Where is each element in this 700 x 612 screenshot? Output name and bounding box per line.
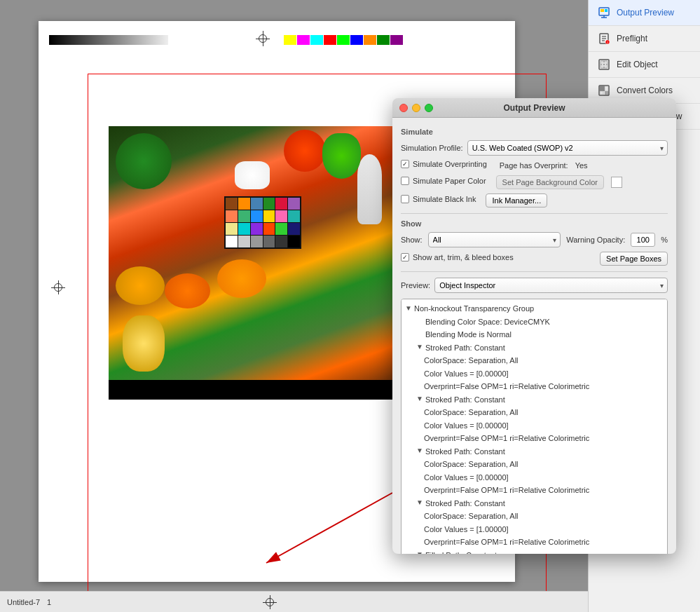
reg-mark-status [263,595,277,609]
tree-item-13: Color Values = [0.00000] [424,471,664,484]
tree-item-17: Color Values = [1.00000] [424,523,664,536]
tree-toggle-7[interactable]: ▼ [416,395,424,403]
tree-text-2: Blending Mode is Normal [425,329,512,341]
simulate-black-ink-checkbox[interactable] [401,195,409,203]
art-trim-row: Show art, trim, & bleed boxes Set Page B… [401,252,668,266]
simulation-profile-row: Simulation Profile: U.S. Web Coated (SWO… [401,140,668,156]
close-button[interactable] [399,104,408,112]
tree-text-18: Overprint=False OPM=1 ri=Relative Colori… [424,536,589,548]
tree-toggle-1 [416,317,424,325]
swatch-darkgreen [377,35,390,45]
paper-color-row: Simulate Paper Color Set Page Background… [401,175,668,189]
swatch-magenta [297,35,310,45]
tree-text-9: Color Values = [0.00000] [424,420,509,432]
svg-rect-3 [601,9,604,12]
simulation-profile-select-wrapper: U.S. Web Coated (SWOP) v2 [467,140,668,156]
tree-text-13: Color Values = [0.00000] [424,472,509,484]
svg-rect-4 [605,9,608,12]
show-art-trim-label: Show art, trim, & bleed boxes [413,253,514,261]
output-preview-label: Output Preview [617,8,674,18]
show-art-trim-checkbox[interactable] [401,253,409,261]
tree-text-11: Stroked Path: Constant [425,446,505,458]
tree-item-16: ColorSpace: Separation, All [424,510,664,523]
panel-item-preflight[interactable]: ! Preflight [589,26,700,52]
panel-item-output-preview[interactable]: Output Preview [589,0,700,26]
minimize-button[interactable] [412,104,420,112]
svg-rect-18 [600,86,605,91]
statue-figure [357,154,382,224]
page-has-overprint-value: Yes [575,161,588,170]
object-inspector-tree[interactable]: ▼ Non-knockout Transparency Group Blendi… [401,299,668,554]
warning-opacity-unit: % [661,236,668,244]
tree-text-4: ColorSpace: Separation, All [424,355,519,367]
green-pepper [322,133,361,179]
food-item-2 [284,130,326,172]
tree-item-19: ▼ Filled Path: Constant [416,549,664,555]
zoom-button[interactable] [425,104,433,112]
show-label: Show: [401,236,423,244]
panel-item-edit-object[interactable]: Edit Object [589,52,700,78]
convert-colors-label: Convert Colors [617,86,673,95]
food-image-bg [109,126,403,400]
reg-mark-left [51,280,65,294]
food-orange-3 [217,259,266,298]
tree-item-11: ▼ Stroked Path: Constant [416,445,664,458]
simulate-black-ink-label: Simulate Black Ink [413,195,476,203]
preflight-label: Preflight [617,34,647,43]
convert-colors-icon [597,83,611,97]
preview-select[interactable]: Object Inspector [434,278,668,293]
tree-item-15: ▼ Stroked Path: Constant [416,497,664,510]
tree-item-1: Blending Color Space: DeviceCMYK [416,315,664,329]
tree-toggle-2 [416,329,424,338]
ink-manager-button[interactable]: Ink Manager... [486,193,547,208]
page-number: 1 [47,598,51,606]
divider-1 [401,213,668,214]
tree-text-14: Overprint=False OPM=1 ri=Relative Colori… [424,484,589,496]
tree-item-4: ColorSpace: Separation, All [424,354,664,367]
tree-text-15: Stroked Path: Constant [425,498,505,510]
simulate-paper-color-checkbox[interactable] [401,177,409,185]
tree-toggle-3[interactable]: ▼ [416,343,424,351]
tree-item-14: Overprint=False OPM=1 ri=Relative Colori… [424,484,664,497]
tree-text-6: Overprint=False OPM=1 ri=Relative Colori… [424,381,589,393]
food-image [109,126,403,400]
svg-rect-21 [605,91,608,95]
preview-label: Preview: [401,281,430,290]
tree-item-6: Overprint=False OPM=1 ri=Relative Colori… [424,380,664,393]
tree-text-7: Stroked Path: Constant [425,394,505,406]
tree-text-19: Filled Path: Constant [425,550,497,555]
output-preview-dialog: Output Preview Simulate Simulation Profi… [392,98,676,554]
tree-toggle-0[interactable]: ▼ [404,304,413,312]
tree-toggle-19[interactable]: ▼ [416,550,424,555]
overprint-row: Simulate Overprinting Page has Overprint… [401,160,668,171]
tree-text-0: Non-knockout Transparency Group [414,303,534,315]
simulate-section-label: Simulate [401,128,668,136]
tree-text-8: ColorSpace: Separation, All [424,407,519,419]
swatch-yellow [284,35,296,45]
simulate-overprinting-checkbox[interactable] [401,160,409,168]
tree-item-8: ColorSpace: Separation, All [424,406,664,419]
food-orange-1 [116,266,165,305]
food-pineapple [123,315,165,372]
tree-text-3: Stroked Path: Constant [425,342,505,354]
document-name: Untitled-7 [7,598,40,606]
color-checker [224,196,301,249]
show-select[interactable]: All [428,232,561,247]
set-page-boxes-button[interactable]: Set Page Boxes [600,252,668,266]
dialog-title: Output Preview [503,103,565,113]
reg-mark-top [256,31,270,46]
tree-text-10: Overprint=False OPM=1 ri=Relative Colori… [424,433,589,444]
set-page-bg-color-button[interactable]: Set Page Background Color [496,175,604,189]
simulation-profile-select[interactable]: U.S. Web Coated (SWOP) v2 [467,140,668,156]
preview-row: Preview: Object Inspector [401,278,668,293]
warning-opacity-input[interactable] [631,233,655,247]
page-bg-color-swatch [611,177,622,188]
show-select-wrapper: All [428,232,561,247]
tree-toggle-11[interactable]: ▼ [416,447,424,455]
preview-select-wrapper: Object Inspector [434,278,668,293]
tree-toggle-15[interactable]: ▼ [416,498,424,507]
tree-text-12: ColorSpace: Separation, All [424,458,519,470]
show-section-label: Show [401,219,668,228]
status-bar: Untitled-7 1 [0,591,603,612]
swatch-blue [350,35,363,45]
